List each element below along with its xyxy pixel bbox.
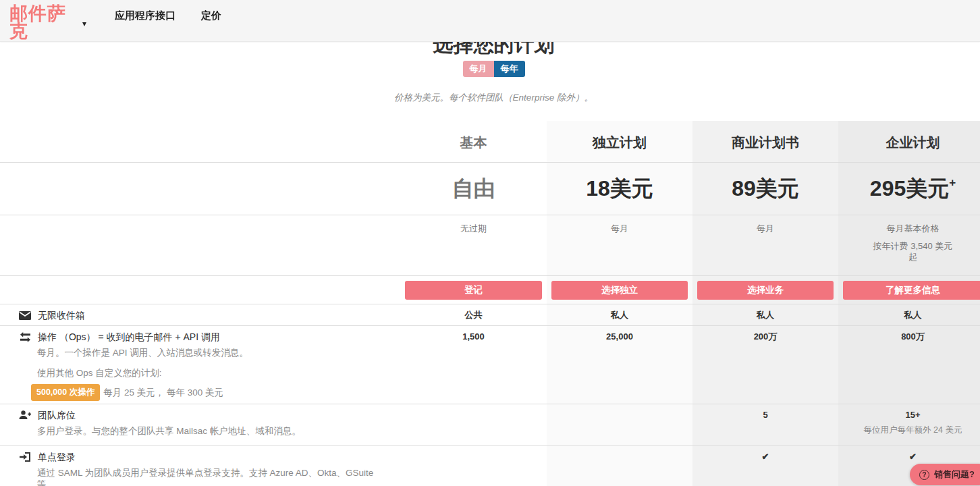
pricing-table: 基本 独立计划 商业计划书 企业计划 自由 18美元 89美元 295美元+ 无… (0, 121, 980, 486)
price-indie: 18美元 (547, 163, 692, 215)
price-note-annual: 按年计费 3,540 美元起 (870, 241, 956, 263)
feature-description: 每月。一个操作是 API 调用、入站消息或转发消息。 (37, 347, 393, 358)
price-enterprise: 295美元+ (838, 163, 980, 215)
hero-section: 选择您的计划 每月 每年 价格为美元。每个软件团队（Enterprise 除外）… (0, 32, 980, 103)
pricing-subtitle: 价格为美元。每个软件团队（Enterprise 除外）。 (0, 92, 980, 103)
inboxes-basic: 公共 (400, 304, 547, 325)
logo[interactable]: 邮件萨克 (9, 0, 77, 40)
sso-indie (547, 446, 692, 486)
logo-group: 邮件萨克 ▾ (0, 0, 86, 40)
nav-item-pricing[interactable]: 定价 (197, 9, 225, 22)
price-note-basic: 无过期 (400, 215, 547, 275)
inboxes-business: 私人 (692, 304, 838, 325)
plan-price-row: 自由 18美元 89美元 295美元+ (0, 162, 980, 215)
feature-title: 团队席位 (38, 409, 76, 421)
plan-name-indie: 独立计划 (547, 121, 692, 162)
envelope-icon (19, 311, 31, 320)
feature-description: 通过 SAML 为团队成员用户登录提供单点登录支持。支持 Azure AD、Ok… (37, 467, 393, 486)
ops-indie: 25,000 (547, 326, 692, 404)
toggle-monthly[interactable]: 每月 (463, 61, 494, 77)
sales-chat-label: 销售问题? (934, 468, 975, 481)
ops-custom-label: 使用其他 Ops 自定义您的计划: (37, 367, 393, 379)
feature-title: 无限收件箱 (38, 309, 85, 321)
page-content: 选择您的计划 每月 每年 价格为美元。每个软件团队（Enterprise 除外）… (0, 32, 980, 486)
price-note-text: 每月 (547, 223, 692, 234)
inboxes-enterprise: 私人 (838, 304, 980, 325)
plan-cta-row: 登记 选择独立 选择业务 了解更多信息 (0, 275, 980, 304)
ops-enterprise: 800万 (838, 326, 980, 404)
seats-indie (547, 404, 692, 446)
toggle-yearly[interactable]: 每年 (494, 61, 525, 77)
price-spacer (0, 163, 400, 215)
enterprise-learn-more-button[interactable]: 了解更多信息 (843, 281, 980, 300)
check-icon: ✔ (762, 452, 769, 462)
note-spacer (0, 215, 400, 275)
seats-enterprise-note: 每位用户每年额外 24 美元 (838, 425, 980, 435)
price-note-text: 每月基本价格 (838, 223, 980, 234)
caret-down-icon[interactable]: ▾ (82, 19, 86, 40)
price-note-text: 每月 (692, 223, 838, 234)
price-note-indie: 每月 (547, 215, 692, 275)
cta-spacer (0, 276, 400, 304)
plan-name-enterprise: 企业计划 (838, 121, 980, 162)
feature-row-ops: 操作 （Ops） = 收到的电子邮件 + API 调用 每月。一个操作是 API… (0, 325, 980, 404)
price-enterprise-plus: + (949, 176, 956, 190)
choose-business-button[interactable]: 选择业务 (697, 281, 834, 300)
feature-row-team-seats: 团队席位 多用户登录。与您的整个团队共享 Mailsac 帐户地址、域和消息。 … (0, 404, 980, 446)
signup-button[interactable]: 登记 (405, 281, 542, 300)
seats-basic (400, 404, 547, 446)
nav-item-api[interactable]: 应用程序接口 (111, 9, 180, 22)
feature-title: 单点登录 (38, 451, 76, 463)
feature-description: 多用户登录。与您的整个团队共享 Mailsac 帐户地址、域和消息。 (37, 425, 393, 437)
sign-in-icon (19, 452, 31, 462)
exchange-arrows-icon (19, 332, 31, 342)
price-basic: 自由 (400, 163, 547, 215)
ops-business: 200万 (692, 326, 838, 404)
price-note-text: 无过期 (400, 223, 547, 234)
feature-row-inboxes: 无限收件箱 公共 私人 私人 私人 (0, 304, 980, 325)
billing-toggle: 每月 每年 (0, 61, 980, 77)
choose-indie-button[interactable]: 选择独立 (551, 281, 688, 300)
seats-enterprise-value: 15+ (838, 410, 980, 421)
price-note-business: 每月 (692, 215, 838, 275)
price-note-enterprise: 每月基本价格 按年计费 3,540 美元起 (838, 215, 980, 275)
navbar: 邮件萨克 ▾ 应用程序接口 定价 (0, 0, 980, 42)
plan-header-row: 基本 独立计划 商业计划书 企业计划 (0, 121, 980, 162)
ops-basic: 1,500 (400, 326, 547, 404)
user-plus-icon (19, 410, 31, 420)
plan-name-business: 商业计划书 (692, 121, 838, 162)
ops-badge-note: 每月 25 美元， 每年 300 美元 (103, 387, 223, 399)
feature-row-sso: 单点登录 通过 SAML 为团队成员用户登录提供单点登录支持。支持 Azure … (0, 446, 980, 486)
nav-links: 应用程序接口 定价 (111, 0, 225, 22)
price-business: 89美元 (692, 163, 838, 215)
feature-header-cell (0, 121, 400, 162)
plan-note-row: 无过期 每月 每月 每月基本价格 按年计费 3,540 美元起 (0, 215, 980, 275)
seats-enterprise: 15+ 每位用户每年额外 24 美元 (838, 404, 980, 446)
ops-badge[interactable]: 500,000 次操作 (31, 384, 100, 401)
question-circle-icon: ? (919, 470, 929, 480)
price-enterprise-value: 295美元 (870, 174, 949, 204)
sales-chat-button[interactable]: ? 销售问题? (910, 464, 980, 485)
sso-basic (400, 446, 547, 486)
inboxes-indie: 私人 (547, 304, 692, 325)
check-icon: ✔ (909, 452, 917, 462)
plan-name-basic: 基本 (400, 121, 547, 162)
feature-title: 操作 （Ops） = 收到的电子邮件 + API 调用 (38, 331, 220, 343)
seats-business: 5 (692, 404, 838, 446)
